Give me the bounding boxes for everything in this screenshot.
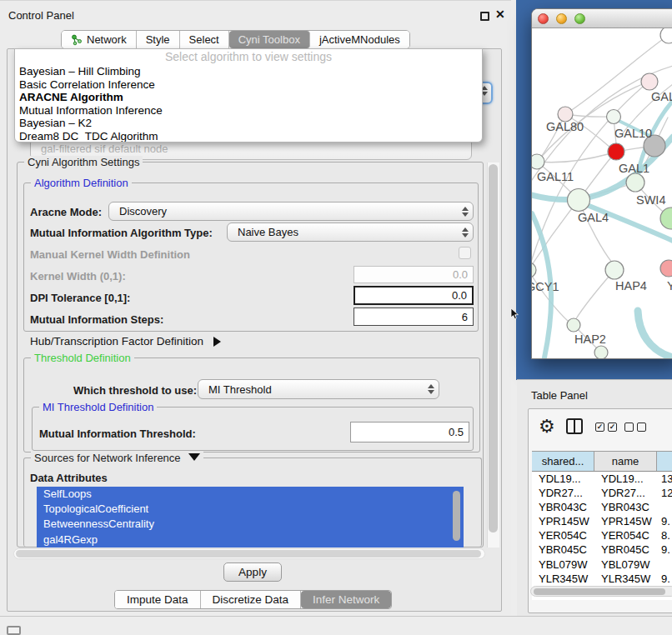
table-cell: YBL079W [594,558,657,572]
table-cell: YDR27... [532,486,594,500]
expander-arrow-icon [213,337,221,347]
network-view-window[interactable]: GALGAL80GAL10GAL1GAL11SWI4GAL4GCY1HAP4YH… [531,8,672,359]
docked-panel-icon[interactable] [7,626,21,635]
table-column-header[interactable]: shared... [532,452,594,471]
attributes-scrollbar-thumb[interactable] [453,491,460,541]
manual-kernel-label: Manual Kernel Width Definition [30,248,190,261]
float-window-icon[interactable] [480,12,489,21]
table-cell: YER054C [594,528,657,542]
close-icon[interactable]: ✕ [495,8,505,21]
network-node-label: GAL10 [614,127,652,140]
algorithm-dropdown-item[interactable]: Mutual Information Inference [15,104,482,118]
table-column-header[interactable]: name [594,452,657,471]
data-attribute-item[interactable]: BetweennessCentrality [37,517,464,532]
mi-steps-input[interactable]: 6 [354,308,474,326]
network-node[interactable] [594,346,608,359]
mouse-cursor [510,308,520,320]
table-cell: YLR345W [594,572,657,586]
data-attribute-item[interactable]: TopologicalCoefficient [37,502,464,517]
network-canvas[interactable]: GALGAL80GAL10GAL1GAL11SWI4GAL4GCY1HAP4YH… [532,28,672,359]
algorithm-definition-title: Algorithm Definition [31,177,132,189]
which-threshold-combo[interactable]: MI Threshold [198,379,439,399]
control-panel-title: Control Panel [8,9,74,22]
algorithm-dropdown-item[interactable]: Basic Correlation Inference [15,78,482,92]
mi-threshold-label: Mutual Information Threshold: [39,428,196,440]
network-node[interactable] [532,154,544,169]
tab-impute-data[interactable]: Impute Data [115,591,201,608]
tab-jactivemnodules[interactable]: jActiveMNodules [310,31,409,48]
tab-style[interactable]: Style [137,31,180,48]
network-node[interactable] [568,189,590,212]
table-row[interactable]: YLR345WYLR345W9. [532,572,672,586]
table-cell: YBL079W [532,558,594,572]
network-node-label: GAL1 [619,162,649,175]
data-attribute-item[interactable]: gal4RGexp [37,532,464,548]
aracne-mode-combo[interactable]: Discovery [108,202,474,221]
tab-discretize-data[interactable]: Discretize Data [201,591,302,608]
data-attribute-item[interactable]: SelfLoops [37,487,464,502]
algorithm-dropdown-item[interactable]: Bayesian – K2 [15,117,482,130]
manual-kernel-checkbox[interactable] [459,247,471,259]
network-node[interactable] [605,261,624,279]
table-row[interactable]: YER054CYER054C8. [532,528,672,542]
deselect-all-checkboxes-icon[interactable] [624,422,646,432]
tab-cyni-toolbox[interactable]: Cyni Toolbox [229,31,310,48]
table-horizontal-scrollbar-thumb[interactable] [534,588,665,595]
network-node-label: HAP2 [574,332,606,346]
zoom-traffic-light-icon[interactable] [574,13,585,24]
table-row[interactable]: YBR043CYBR043C [532,500,672,514]
tab-select[interactable]: Select [180,31,229,48]
split-columns-icon[interactable] [566,418,583,434]
network-node[interactable] [641,73,658,90]
table-row[interactable]: YPR145WYPR145W9. [532,514,672,528]
tab-network[interactable]: Network [62,31,137,48]
table-horizontal-scrollbar[interactable] [530,586,672,597]
select-all-checkboxes-icon[interactable]: ✓✓ [595,422,617,432]
network-node[interactable] [608,143,624,160]
table-cell: 9. [657,542,672,557]
network-edge[interactable] [638,311,672,358]
table-row[interactable]: YDL19...YDL19...13 [532,472,672,486]
dpi-tolerance-input[interactable]: 0.0 [354,286,474,305]
network-node[interactable] [660,28,672,43]
gear-icon[interactable]: ⚙ [539,416,555,438]
table-column-header[interactable] [657,452,672,471]
node-attribute-table[interactable]: shared...nameYDL19...YDL19...13YDR27...Y… [532,451,672,584]
hub-definition-expander[interactable]: Hub/Transcription Factor Definition [30,335,221,348]
settings-vertical-scrollbar-thumb[interactable] [489,164,498,532]
algorithm-dropdown-item[interactable]: ARACNE Algorithm [15,91,482,104]
algorithm-dropdown-item[interactable]: Bayesian – Hill Climbing [15,65,482,78]
network-node[interactable] [660,260,672,277]
minimize-traffic-light-icon[interactable] [556,13,567,24]
algorithm-dropdown-list: Bayesian – Hill ClimbingBasic Correlatio… [15,65,482,142]
network-window-titlebar[interactable] [532,9,672,28]
mi-threshold-input[interactable]: 0.5 [350,422,469,442]
chevron-updown-icon [458,228,473,238]
close-traffic-light-icon[interactable] [538,13,549,24]
table-row[interactable]: YDR27...YDR27...12 [532,486,672,500]
table-cell: 9. [657,572,672,586]
network-node-label: GAL11 [537,170,574,183]
settings-horizontal-scrollbar-thumb[interactable] [16,550,481,558]
table-cell: YDL19... [532,472,594,486]
table-cell [657,558,672,572]
network-node[interactable] [567,318,580,332]
network-node[interactable] [626,173,644,192]
table-panel-body: ⚙ ✓✓ shared...nameYDL19...YDL19...13YDR2… [528,408,672,613]
apply-button[interactable]: Apply [223,562,282,582]
table-cell: YBR043C [532,500,594,514]
network-node[interactable] [607,110,621,124]
sources-title[interactable]: Sources for Network Inference [31,452,203,464]
control-panel-tabs: Network Style Select Cyni Toolbox jActiv… [61,30,410,49]
network-icon [71,34,83,46]
table-row[interactable]: YBR045CYBR045C9. [532,542,672,557]
algorithm-dropdown-item[interactable]: Dream8 DC_TDC Algorithm [15,130,482,142]
mi-type-label: Mutual Information Algorithm Type: [30,227,213,239]
table-row[interactable]: YBL079WYBL079W [532,558,672,572]
network-node[interactable] [532,262,536,278]
kernel-width-input[interactable]: 0.0 [354,266,474,283]
tab-infer-network[interactable]: Infer Network [301,591,391,608]
table-cell: 12 [657,486,672,500]
mi-type-combo[interactable]: Naive Bayes [227,222,474,242]
algorithm-dropdown-placeholder: Select algorithm to view settings [15,49,482,65]
